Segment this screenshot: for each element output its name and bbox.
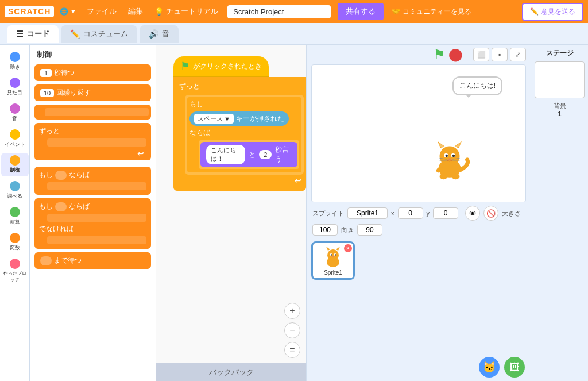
cat-sprite[interactable] xyxy=(430,137,470,184)
repeat-block[interactable]: 10 回繰り返す xyxy=(34,84,151,101)
operators-label: 演算 xyxy=(10,218,20,226)
add-stage-button[interactable]: 🖼 xyxy=(504,357,525,378)
zoom-reset-button[interactable]: = xyxy=(284,342,300,358)
key-dropdown[interactable]: スペース ▼ xyxy=(194,114,234,124)
say-block[interactable]: こんにちは！ と 2 秒言う xyxy=(200,142,297,167)
normal-stage-button[interactable]: ▪️ xyxy=(492,48,508,61)
variables-dot xyxy=(10,233,20,243)
sprite-name-label: Sprite1 xyxy=(324,270,342,276)
key-pressed-block[interactable]: スペース ▼ キーが押された xyxy=(189,111,289,126)
y-input[interactable] xyxy=(433,207,458,219)
palette-header: 制御 xyxy=(34,49,151,60)
hat-block[interactable]: ⚑ がクリックされたとき xyxy=(173,56,269,77)
svg-point-1 xyxy=(439,146,459,166)
sprite-name-input[interactable] xyxy=(347,207,388,219)
globe-menu[interactable]: 🌐 ▼ xyxy=(56,5,80,18)
category-sidebar: 動き 見た目 音 イベント 制御 調べる 演算 変数 xyxy=(0,45,30,381)
stage-area: ⚑ ⬤ ⬜ ▪️ ⤢ こんにちは! xyxy=(307,45,531,381)
cat-svg xyxy=(430,137,470,183)
code-icon: ☰ xyxy=(16,29,24,39)
forever-block[interactable]: ずっと もし スペース ▼ キーが押された xyxy=(173,77,306,187)
sprite-thumb-sprite1[interactable]: ✕ Sprite1 xyxy=(311,241,355,280)
tab-costume[interactable]: ✏️ コスチューム xyxy=(61,25,137,43)
looks-label: 見た目 xyxy=(7,89,22,97)
bg-count: 1 xyxy=(535,110,585,117)
feedback-button[interactable]: ✏️ 意見を送る xyxy=(522,3,583,21)
then-label: ならば xyxy=(189,128,210,138)
menubar: SCRATCH 🌐 ▼ ファイル 編集 💡 チュートリアル 共有する 🤝 コミュ… xyxy=(0,0,588,23)
blocks-palette: 制御 1 秒待つ 10 回繰り返す ずっと ↩ もし ならば xyxy=(30,45,156,381)
zoom-out-button[interactable]: − xyxy=(284,322,300,338)
forever-block-wrap[interactable]: ずっと ↩ xyxy=(34,123,151,160)
tutorial-menu[interactable]: 💡 チュートリアル xyxy=(150,4,223,19)
sidebar-item-motion[interactable]: 動き xyxy=(1,49,29,73)
forever-bottom xyxy=(173,187,306,191)
share-button[interactable]: 共有する xyxy=(338,3,384,20)
say-num-input[interactable]: 2 xyxy=(259,150,272,159)
dir-label: 向き xyxy=(341,226,354,234)
control-dot xyxy=(10,155,20,166)
palette-divider-1 xyxy=(34,164,151,164)
add-sprite-button[interactable]: 🐱 xyxy=(479,357,500,378)
tab-code[interactable]: ☰ コード xyxy=(7,25,59,43)
sprite-close-button[interactable]: ✕ xyxy=(344,244,352,252)
size-input[interactable] xyxy=(312,224,338,236)
stage-panel: ステージ 背景 1 xyxy=(531,45,588,381)
scripts-area[interactable]: ⚑ がクリックされたとき ずっと もし xyxy=(156,45,307,381)
sidebar-item-variables[interactable]: 変数 xyxy=(1,230,29,254)
project-name-input[interactable] xyxy=(227,5,331,18)
sprite-label: スプライト xyxy=(312,209,344,218)
tab-sound[interactable]: 🔊 音 xyxy=(140,25,179,43)
sidebar-item-events[interactable]: イベント xyxy=(1,127,29,151)
small-stage-button[interactable]: ⬜ xyxy=(473,48,489,61)
stage-layout-buttons: ⬜ ▪️ ⤢ xyxy=(473,48,526,61)
tabs-row: ☰ コード ✏️ コスチューム 🔊 音 xyxy=(0,23,588,45)
costume-icon: ✏️ xyxy=(70,29,80,39)
flag-icon: ⚑ xyxy=(180,60,189,72)
sidebar-item-myblocks[interactable]: 作ったブロック xyxy=(1,256,29,285)
main-area: 動き 見た目 音 イベント 制御 調べる 演算 変数 xyxy=(0,45,588,381)
edit-menu[interactable]: 編集 xyxy=(123,4,148,19)
bg-label: 背景 xyxy=(535,102,585,110)
stop-button[interactable]: ⬤ xyxy=(448,47,463,62)
x-input[interactable] xyxy=(398,207,423,219)
fullscreen-button[interactable]: ⤢ xyxy=(510,48,526,61)
forever-inner: もし スペース ▼ キーが押された ならば xyxy=(185,95,304,175)
operators-dot xyxy=(10,207,20,217)
if-block[interactable]: もし スペース ▼ キーが押された ならば xyxy=(187,97,301,172)
show-button[interactable]: 👁 xyxy=(465,206,480,221)
sidebar-item-sound[interactable]: 音 xyxy=(1,101,29,125)
svg-point-16 xyxy=(451,174,459,180)
sprite-list: ✕ Sprite1 xyxy=(307,239,531,353)
sidebar-item-operators[interactable]: 演算 xyxy=(1,205,29,228)
wait-block[interactable]: 1 秒待つ xyxy=(34,64,151,81)
hide-button[interactable]: 🚫 xyxy=(483,206,498,221)
stage-mini-preview[interactable] xyxy=(535,61,585,98)
svg-point-9 xyxy=(452,155,454,157)
if-else-block-wrap[interactable]: もし ならば でなければ xyxy=(34,198,151,249)
svg-point-24 xyxy=(331,254,332,256)
zoom-in-button[interactable]: + xyxy=(284,303,300,319)
repeat-num: 10 xyxy=(40,89,54,97)
sidebar-item-sensing[interactable]: 調べる xyxy=(1,179,29,202)
sensing-label: 調べる xyxy=(7,193,22,200)
say-text-input[interactable]: こんにちは！ xyxy=(206,145,245,164)
sidebar-item-control[interactable]: 制御 xyxy=(1,153,29,176)
events-dot xyxy=(10,129,20,140)
community-button[interactable]: 🤝 コミュニティーを見る xyxy=(386,5,477,19)
variables-label: 変数 xyxy=(10,244,20,252)
script-stack[interactable]: ⚑ がクリックされたとき ずっと もし xyxy=(173,56,306,191)
backpack-bar[interactable]: バックパック xyxy=(156,363,306,381)
svg-marker-21 xyxy=(336,247,340,251)
svg-point-10 xyxy=(448,158,451,160)
file-menu[interactable]: ファイル xyxy=(82,4,121,19)
motion-dot xyxy=(10,52,20,62)
if-block-wrap[interactable]: もし ならば xyxy=(34,167,151,195)
dir-input[interactable] xyxy=(357,224,382,236)
stage-panel-label: ステージ xyxy=(535,48,585,58)
scratch-logo: SCRATCH xyxy=(5,6,54,17)
myblocks-dot xyxy=(10,259,20,269)
sidebar-item-looks[interactable]: 見た目 xyxy=(1,75,29,99)
wait-until-block[interactable]: まで待つ xyxy=(34,252,151,269)
green-flag-button[interactable]: ⚑ xyxy=(434,47,445,62)
